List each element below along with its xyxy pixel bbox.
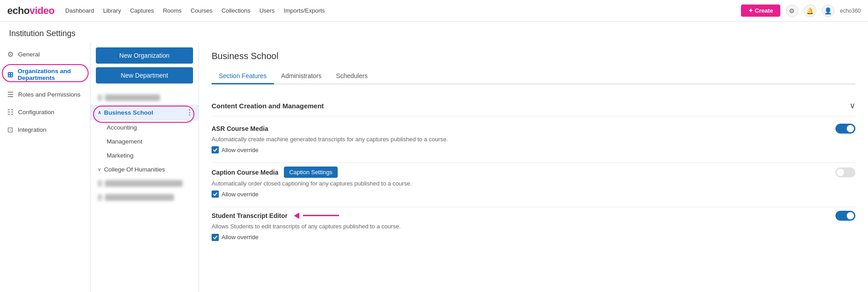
settings-icon[interactable]: ⚙ — [786, 5, 798, 17]
nav-courses[interactable]: Courses — [191, 7, 212, 14]
nav-imports-exports[interactable]: Imports/Exports — [284, 7, 325, 14]
feature-transcript-name: Student Transcript Editor — [212, 212, 288, 219]
org-sub-marketing[interactable]: Marketing — [90, 148, 198, 162]
section-title: Content Creation and Management — [212, 102, 324, 110]
sidebar-label-organizations: Organizations and Departments — [18, 68, 83, 81]
sidebar-item-organizations[interactable]: ⊞ Organizations and Departments — [0, 63, 90, 86]
chevron-down-icon: ∨ — [98, 180, 102, 187]
org-blurred-item-2: ∨ ██████ ██ █████████ — [90, 176, 198, 190]
sidebar-item-configuration[interactable]: ☷ Configuration — [0, 103, 90, 121]
feature-caption-header: Caption Course Media Caption Settings — [212, 167, 855, 178]
feature-transcript-desc: Allows Students to edit transcripts of a… — [212, 222, 855, 231]
caption-override-label: Allow override — [222, 191, 259, 198]
feature-transcript: Student Transcript Editor Allows Student… — [212, 211, 855, 241]
user-profile-icon[interactable]: 👤 — [822, 5, 835, 17]
tab-section-features[interactable]: Section Features — [212, 69, 274, 84]
sidebar-item-roles[interactable]: ☰ Roles and Permissions — [0, 86, 90, 103]
org-item-business-school[interactable]: ∧ Business School ⋮ — [90, 105, 198, 121]
tab-schedulers[interactable]: Schedulers — [329, 69, 375, 84]
arrow-line — [303, 215, 339, 216]
feature-asr-desc: Automatically create machine generated t… — [212, 135, 855, 144]
page-container: Institution Settings ⚙ General ⊞ Organiz… — [0, 22, 868, 292]
page-title: Institution Settings — [0, 22, 868, 42]
logo-echo: echo — [7, 5, 29, 17]
logo-video: video — [29, 5, 54, 17]
create-button[interactable]: ✦ Create — [741, 5, 780, 17]
caption-toggle-slider — [835, 167, 855, 177]
org-blurred-item-1: ∨ ████ ████████ — [90, 91, 198, 105]
caption-name-group: Caption Course Media Caption Settings — [212, 167, 338, 178]
nav-links: Dashboard Library Captures Rooms Courses… — [65, 7, 730, 14]
section-tabs: Section Features Administrators Schedule… — [212, 69, 855, 84]
gear-icon: ⚙ — [7, 50, 14, 59]
chevron-down-icon: ∨ — [98, 94, 102, 101]
content-area: ⚙ General ⊞ Organizations and Department… — [0, 42, 868, 292]
roles-icon: ☰ — [7, 90, 14, 99]
topnav-right: ✦ Create ⚙ 🔔 👤 echo360 — [741, 5, 861, 17]
left-sidebar: ⚙ General ⊞ Organizations and Department… — [0, 42, 90, 292]
org-item-college-humanities[interactable]: ∨ College Of Humanities — [90, 162, 198, 176]
chevron-down-icon: ∨ — [98, 194, 102, 201]
main-content: Business School Section Features Adminis… — [199, 42, 868, 292]
feature-transcript-header: Student Transcript Editor — [212, 211, 855, 221]
caption-override-checkbox[interactable] — [212, 190, 219, 198]
nav-captures[interactable]: Captures — [130, 7, 154, 14]
more-options-icon[interactable]: ⋮ — [186, 108, 193, 117]
logo: echovideo — [7, 5, 54, 17]
sidebar-label-general: General — [18, 51, 40, 58]
sidebar-label-configuration: Configuration — [18, 109, 54, 116]
checkmark-icon — [213, 192, 217, 196]
asr-override-checkbox[interactable] — [212, 146, 219, 153]
arrow-annotation — [294, 211, 339, 220]
org-sub-accounting[interactable]: Accounting — [90, 121, 198, 134]
nav-rooms[interactable]: Rooms — [163, 7, 181, 14]
notifications-icon[interactable]: 🔔 — [804, 5, 816, 17]
feature-asr-name: ASR Course Media — [212, 125, 268, 132]
transcript-toggle[interactable] — [835, 211, 855, 221]
chevron-down-icon: ∨ — [98, 167, 101, 172]
divider-1 — [212, 162, 855, 163]
feature-caption: Caption Course Media Caption Settings Au… — [212, 167, 855, 198]
nav-library[interactable]: Library — [103, 7, 121, 14]
feature-caption-desc: Automatically order closed captioning fo… — [212, 180, 855, 188]
org-sub-management[interactable]: Management — [90, 134, 198, 148]
feature-asr-header: ASR Course Media — [212, 124, 855, 134]
caption-toggle[interactable] — [835, 167, 855, 177]
feature-caption-name: Caption Course Media — [212, 169, 278, 176]
section-collapse-icon[interactable]: ∨ — [849, 101, 855, 111]
org-tree: ∨ ████ ████████ ∧ Business School ⋮ Acco… — [90, 89, 198, 292]
feature-asr: ASR Course Media Automatically create ma… — [212, 124, 855, 153]
caption-settings-button[interactable]: Caption Settings — [284, 167, 338, 178]
caption-allow-override-row: Allow override — [212, 190, 855, 198]
org-panel: New Organization New Department ∨ ████ █… — [90, 42, 199, 292]
transcript-name-group: Student Transcript Editor — [212, 211, 339, 220]
divider-2 — [212, 207, 855, 207]
integration-icon: ⊡ — [7, 125, 13, 134]
org-panel-buttons: New Organization New Department — [90, 42, 198, 89]
sidebar-item-integration[interactable]: ⊡ Integration — [0, 121, 90, 139]
nav-collections[interactable]: Collections — [222, 7, 250, 14]
nav-users[interactable]: Users — [259, 7, 275, 14]
asr-override-label: Allow override — [222, 147, 259, 153]
top-navigation: echovideo Dashboard Library Captures Roo… — [0, 0, 868, 22]
tab-administrators[interactable]: Administrators — [274, 69, 329, 84]
checkmark-icon — [213, 235, 217, 240]
asr-allow-override-row: Allow override — [212, 146, 855, 153]
section-header: Content Creation and Management ∨ — [212, 95, 855, 116]
sidebar-label-roles: Roles and Permissions — [18, 91, 80, 98]
new-organization-button[interactable]: New Organization — [96, 47, 193, 64]
config-icon: ☷ — [7, 108, 14, 116]
org-icon: ⊞ — [7, 70, 13, 79]
sidebar-item-general[interactable]: ⚙ General — [0, 46, 90, 63]
checkmark-icon — [213, 148, 217, 152]
org-blurred-item-3: ∨ ██████ ██ ███████ — [90, 190, 198, 204]
new-department-button[interactable]: New Department — [96, 67, 193, 83]
asr-toggle-slider — [835, 124, 855, 134]
transcript-allow-override-row: Allow override — [212, 234, 855, 241]
asr-toggle[interactable] — [835, 124, 855, 134]
org-main-title: Business School — [212, 51, 855, 61]
nav-dashboard[interactable]: Dashboard — [65, 7, 94, 14]
echo-logo-text: echo360 — [840, 8, 861, 14]
org-item-label: Business School — [104, 109, 153, 116]
transcript-override-checkbox[interactable] — [212, 234, 219, 241]
